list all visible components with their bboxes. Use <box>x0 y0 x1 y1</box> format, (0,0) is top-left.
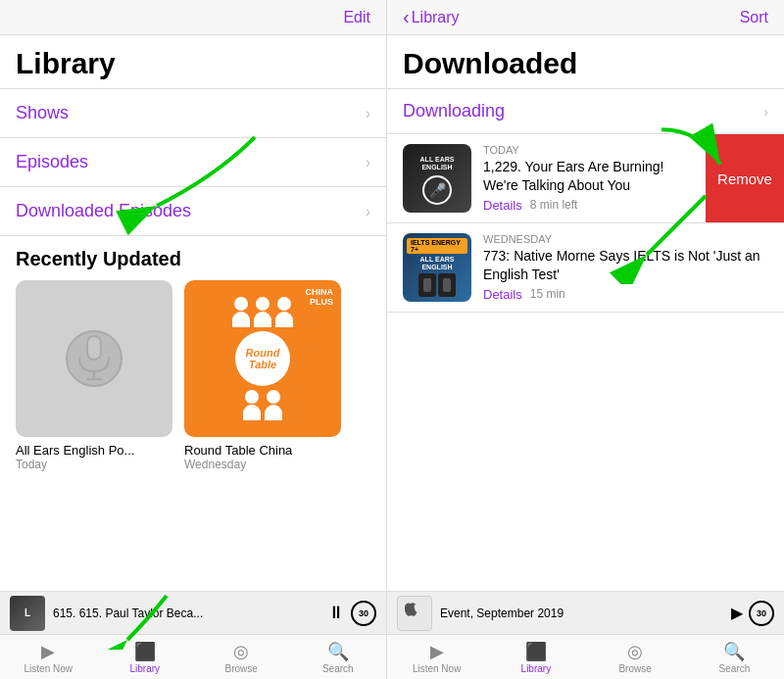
mini-player-left[interactable]: L 615. 615. Paul Taylor Beca... ⏸ 30 <box>0 592 386 635</box>
downloaded-title: Downloaded <box>403 47 768 80</box>
listen-now-icon-right: ▶ <box>430 641 444 662</box>
downloaded-episodes-label: Downloaded Episodes <box>16 201 191 221</box>
search-icon-left: 🔍 <box>327 641 349 662</box>
browse-label-left: Browse <box>225 663 258 674</box>
browse-label-right: Browse <box>618 663 651 674</box>
tab-search-right[interactable]: 🔍 Search <box>685 635 784 679</box>
round-table-date: Wednesday <box>184 458 341 471</box>
round-table-thumbnail: CHINAPLUS <box>184 280 341 437</box>
tab-library-left[interactable]: ⬛ Library <box>97 635 194 679</box>
episodes-nav-item[interactable]: Episodes › <box>0 138 386 187</box>
tab-browse-left[interactable]: ◎ Browse <box>193 635 290 679</box>
recently-updated-grid: All Ears English Po... Today CHINAPLUS <box>16 280 370 471</box>
episode-2-duration: 15 min <box>530 287 565 301</box>
episode-1-thumbnail: ALL EARSENGLISH 🎤 <box>403 144 471 213</box>
listen-now-label-left: Listen Now <box>24 663 73 674</box>
episode-2-day: WEDNESDAY <box>483 233 768 245</box>
library-label-left: Library <box>129 663 160 674</box>
mini-title-left: 615. 615. Paul Taylor Beca... <box>53 606 319 620</box>
browse-icon-left: ◎ <box>233 641 249 662</box>
library-icon-right: ⬛ <box>525 641 547 662</box>
tab-listen-now-left[interactable]: ▶ Listen Now <box>0 635 97 679</box>
all-ears-date: Today <box>16 458 172 471</box>
skip-label-left: 30 <box>359 608 368 618</box>
back-label[interactable]: Library <box>412 9 460 26</box>
tab-browse-right[interactable]: ◎ Browse <box>586 635 685 679</box>
shows-chevron-icon: › <box>366 105 370 122</box>
all-ears-name: All Ears English Po... <box>16 443 172 458</box>
skip-button-right[interactable]: 30 <box>749 601 774 626</box>
episode-2-thumbnail: IELTS ENERGY 7+ ALL EARSENGLISH <box>403 233 471 302</box>
downloaded-episodes-nav-item[interactable]: Downloaded Episodes › <box>0 187 386 236</box>
tab-listen-now-right[interactable]: ▶ Listen Now <box>387 635 486 679</box>
podcast-mic-icon <box>50 315 138 403</box>
tab-search-left[interactable]: 🔍 Search <box>290 635 387 679</box>
episode-item-1[interactable]: ALL EARSENGLISH 🎤 TODAY 1,229. Your Ears… <box>387 134 784 223</box>
edit-button[interactable]: Edit <box>343 9 370 26</box>
play-button-right[interactable]: ▶ <box>731 604 743 622</box>
shows-label: Shows <box>16 103 69 123</box>
episode-2-title: 773: Native Morne Says IELTS is Not 'Jus… <box>483 247 768 282</box>
search-icon-right: 🔍 <box>723 641 745 662</box>
round-table-name: Round Table China <box>184 443 341 458</box>
mini-title-right: Event, September 2019 <box>440 606 723 620</box>
episode-item-2[interactable]: IELTS ENERGY 7+ ALL EARSENGLISH <box>387 223 784 313</box>
mini-player-right[interactable]: Event, September 2019 ▶ 30 <box>387 592 784 635</box>
episode-2-details-link[interactable]: Details <box>483 287 522 302</box>
downloading-row[interactable]: Downloading › <box>387 89 784 134</box>
browse-icon-right: ◎ <box>627 641 643 662</box>
downloaded-episodes-chevron-icon: › <box>366 203 370 220</box>
downloading-label: Downloading <box>403 101 505 121</box>
svg-rect-2 <box>87 336 101 360</box>
podcast-card-all-ears[interactable]: All Ears English Po... Today <box>16 280 172 471</box>
recently-updated-title: Recently Updated <box>16 248 370 270</box>
listen-now-label-right: Listen Now <box>413 663 461 674</box>
tab-library-right[interactable]: ⬛ Library <box>486 635 585 679</box>
search-label-right: Search <box>719 663 751 674</box>
mini-thumb-left: L <box>10 596 45 631</box>
pause-button-left[interactable]: ⏸ <box>327 603 345 623</box>
remove-button-1[interactable]: Remove <box>706 134 784 222</box>
library-icon-left: ⬛ <box>134 641 156 662</box>
library-nav-list: Shows › Episodes › Downloaded Episodes › <box>0 88 386 236</box>
library-label-right: Library <box>521 663 552 674</box>
podcast-card-round-table[interactable]: CHINAPLUS <box>184 280 341 471</box>
downloading-chevron-icon: › <box>763 104 768 120</box>
remove-label-1: Remove <box>717 170 772 187</box>
library-title: Library <box>16 47 370 80</box>
china-plus-label: CHINAPLUS <box>306 288 334 308</box>
shows-nav-item[interactable]: Shows › <box>0 89 386 138</box>
episode-2-info: WEDNESDAY 773: Native Morne Says IELTS i… <box>483 233 768 301</box>
episodes-chevron-icon: › <box>366 154 370 171</box>
episodes-label: Episodes <box>16 152 88 172</box>
episode-1-details-link[interactable]: Details <box>483 198 522 213</box>
episode-1-title: 1,229. Your Ears Are Burning! We're Talk… <box>483 158 685 193</box>
listen-now-icon-left: ▶ <box>41 641 55 662</box>
episode-1-duration: 8 min left <box>530 198 578 212</box>
skip-button-left[interactable]: 30 <box>351 601 376 626</box>
all-ears-thumbnail <box>16 280 172 437</box>
episode-1-day: TODAY <box>483 144 685 156</box>
sort-button[interactable]: Sort <box>740 9 768 26</box>
search-label-left: Search <box>322 663 354 674</box>
back-chevron-icon[interactable]: ‹ <box>403 6 410 28</box>
skip-label-right: 30 <box>757 608 766 618</box>
mini-thumb-right <box>397 596 432 631</box>
